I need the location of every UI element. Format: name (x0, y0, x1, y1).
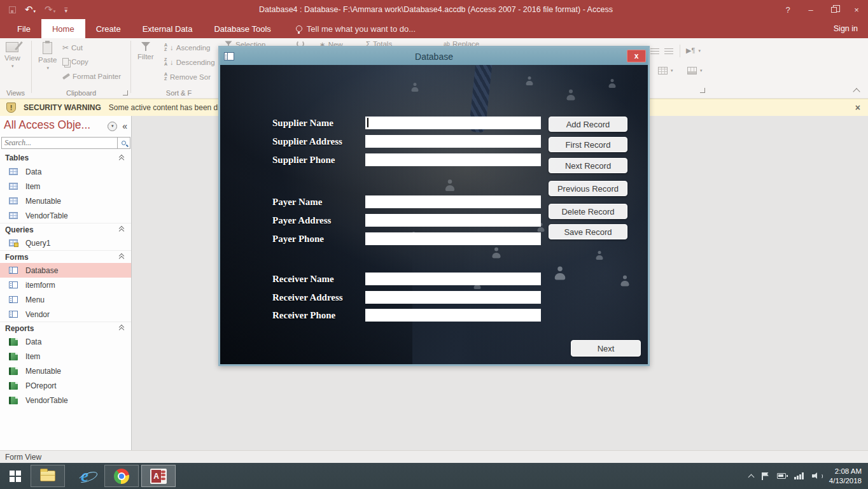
taskbar-clock[interactable]: 2:08 AM 4/13/2018 (829, 467, 862, 486)
ribbon-group-views: View ▾ Views (0, 38, 31, 99)
filter-button[interactable]: Filter (137, 42, 154, 60)
copy-icon (62, 58, 69, 66)
section-header-tables[interactable]: Tables (0, 152, 131, 164)
taskbar-internet-explorer[interactable]: e (67, 465, 102, 487)
show-hidden-icons-chevron[interactable] (748, 474, 755, 480)
view-button[interactable]: View ▾ (4, 42, 20, 69)
nav-item-form-menu[interactable]: Menu (0, 292, 131, 307)
taskbar-file-explorer[interactable] (31, 465, 65, 487)
section-header-queries[interactable]: Queries (0, 223, 131, 236)
nav-item-query-query1[interactable]: Query1 (0, 236, 131, 250)
tab-home[interactable]: Home (41, 19, 85, 38)
next-page-button[interactable]: Next (571, 340, 641, 357)
nav-item-report-vendortable[interactable]: VendorTable (0, 393, 131, 408)
payer-phone-input[interactable] (365, 232, 541, 245)
previous-record-button[interactable]: Previous Record (549, 181, 627, 196)
minimize-button[interactable]: – (799, 0, 822, 19)
undo-button[interactable]: ↶▾ (25, 4, 36, 15)
next-record-button[interactable]: Next Record (549, 158, 627, 173)
save-icon[interactable] (9, 6, 16, 13)
view-mode-label: Form View (5, 453, 41, 462)
action-center-flag-icon[interactable] (762, 472, 769, 480)
nav-item-table-item[interactable]: Item (0, 179, 131, 194)
ribbon-tab-row: File Home Create External Data Database … (0, 19, 868, 38)
cut-button[interactable]: ✂ Cut (62, 43, 83, 52)
supplier-address-input[interactable] (365, 135, 541, 148)
first-record-button[interactable]: First Record (549, 137, 627, 152)
receiver-phone-input[interactable] (365, 309, 541, 322)
battery-icon[interactable] (777, 473, 786, 479)
ascending-button[interactable]: AZ ↓ Ascending (164, 43, 211, 52)
nav-item-table-menutable[interactable]: Menutable (0, 194, 131, 208)
network-signal-icon[interactable] (794, 472, 804, 479)
supplier-phone-input[interactable] (365, 153, 541, 166)
tab-external-data[interactable]: External Data (132, 19, 204, 38)
nav-item-report-item[interactable]: Item (0, 349, 131, 364)
sort-filter-group-label: Sort & F (131, 89, 227, 97)
delete-record-button[interactable]: Delete Record (549, 204, 627, 219)
alternate-row-color-button[interactable]: ▾ (687, 67, 703, 74)
dialog-close-button[interactable]: x (627, 50, 646, 62)
nav-item-report-menutable[interactable]: Menutable (0, 364, 131, 378)
speaker-icon[interactable] (812, 472, 821, 479)
restore-button[interactable] (822, 0, 845, 19)
payer-name-input[interactable] (365, 195, 541, 208)
increase-indent-button[interactable] (664, 48, 673, 54)
section-header-forms[interactable]: Forms (0, 250, 131, 263)
paste-button[interactable]: Paste ▾ (38, 42, 57, 71)
payer-address-label: Payer Address (272, 214, 331, 227)
redo-button[interactable]: ↷▾ (45, 4, 55, 15)
taskbar-chrome[interactable] (104, 465, 139, 487)
taskbar-access[interactable]: A (141, 465, 176, 487)
collapse-ribbon-icon[interactable] (853, 88, 860, 95)
text-formatting-dialog-launcher-icon[interactable] (700, 88, 705, 93)
tab-database-tools[interactable]: Database Tools (203, 19, 281, 38)
gridlines-button[interactable]: ▾ (658, 67, 673, 74)
tab-file[interactable]: File (6, 19, 41, 38)
section-header-reports[interactable]: Reports (0, 322, 131, 334)
undo-icon: ↶ (25, 4, 33, 15)
clock-date: 4/13/2018 (829, 476, 862, 486)
decrease-indent-button[interactable] (650, 48, 659, 54)
tab-create[interactable]: Create (85, 19, 132, 38)
supplier-name-input[interactable] (365, 117, 541, 129)
receiver-address-label: Receiver Address (272, 291, 343, 304)
sign-in-link[interactable]: Sign in (834, 19, 858, 38)
az-icon: AZ (164, 43, 167, 52)
receiver-name-input[interactable] (365, 273, 541, 285)
nav-item-table-vendortable[interactable]: VendorTable (0, 208, 131, 223)
table-icon (9, 212, 18, 219)
help-button[interactable]: ? (776, 0, 799, 19)
nav-item-report-data[interactable]: Data (0, 334, 131, 349)
start-button[interactable] (0, 463, 31, 489)
text-direction-button[interactable]: ▶¶ ▾ (686, 46, 701, 55)
close-button[interactable]: × (845, 0, 868, 19)
clipboard-dialog-launcher-icon[interactable] (123, 90, 128, 96)
nav-item-report-poreport[interactable]: POreport (0, 378, 131, 393)
collapse-section-icon (119, 325, 125, 331)
redo-icon: ↷ (45, 4, 53, 15)
nav-item-form-vendor[interactable]: Vendor (0, 307, 131, 322)
remove-sort-button[interactable]: AZ Remove Sor (164, 73, 211, 81)
customize-qat-button[interactable]: ‒▾ (64, 6, 67, 13)
search-button[interactable] (117, 138, 130, 148)
search-input[interactable] (2, 138, 117, 148)
payer-address-input[interactable] (365, 214, 541, 227)
copy-button[interactable]: Copy (62, 58, 88, 66)
za-icon: ZA (164, 58, 167, 66)
paste-label: Paste (38, 56, 57, 64)
nav-item-form-database[interactable]: Database (0, 263, 131, 278)
dismiss-warning-icon[interactable]: × (855, 103, 860, 113)
add-record-button[interactable]: Add Record (549, 117, 627, 132)
tell-me-box[interactable]: Tell me what you want to do... (296, 19, 416, 38)
receiver-address-input[interactable] (365, 291, 541, 304)
nav-item-table-data[interactable]: Data (0, 164, 131, 179)
save-record-button[interactable]: Save Record (549, 224, 627, 239)
row-color-icon (687, 67, 697, 74)
format-painter-button[interactable]: Format Painter (62, 73, 121, 80)
nav-menu-dropdown-icon[interactable]: ▾ (108, 122, 117, 131)
shutter-close-icon[interactable]: « (122, 121, 127, 131)
chevron-down-icon: ▾ (46, 66, 49, 71)
descending-button[interactable]: ZA ↓ Descending (164, 58, 215, 66)
nav-item-form-itemform[interactable]: itemform (0, 278, 131, 292)
